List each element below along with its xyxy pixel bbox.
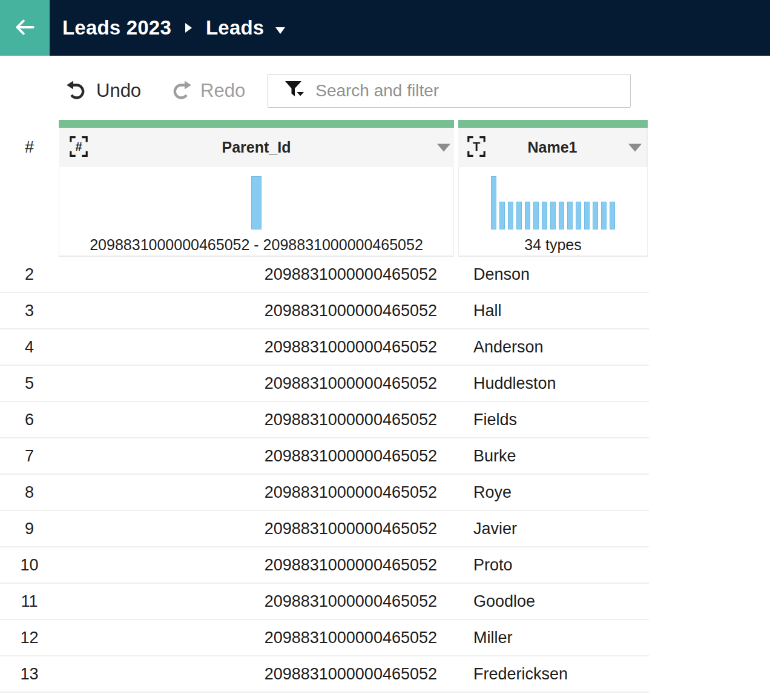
histogram-bar[interactable] — [559, 202, 564, 229]
breadcrumb-dataset[interactable]: Leads 2023 — [62, 16, 171, 39]
histogram-parent-id — [59, 176, 453, 229]
histogram-bar[interactable] — [508, 202, 513, 229]
table-body: 2 2098831000000465052 Denson 3 209883100… — [0, 257, 649, 693]
histogram-bar[interactable] — [567, 202, 573, 229]
column-summary-row: 2098831000000465052 - 209883100000046505… — [0, 167, 649, 257]
cell-parent-id[interactable]: 2098831000000465052 — [59, 402, 454, 437]
cell-name1[interactable]: Denson — [458, 257, 648, 292]
column-header-row: # # Parent_Id T Name1 — [0, 128, 649, 167]
column-title-parent-id: Parent_Id — [222, 139, 291, 156]
histogram-bar[interactable] — [542, 202, 547, 229]
table-row: 8 2098831000000465052 Roye — [0, 475, 649, 511]
column-strip-row — [0, 120, 649, 128]
cell-parent-id[interactable]: 2098831000000465052 — [59, 293, 454, 328]
cell-name1[interactable]: Burke — [458, 438, 648, 474]
cell-name1[interactable]: Hall — [458, 293, 648, 328]
undo-label: Undo — [96, 80, 141, 102]
histogram-bar[interactable] — [550, 202, 556, 229]
row-number[interactable]: 11 — [0, 584, 59, 619]
cell-parent-id[interactable]: 2098831000000465052 — [59, 329, 454, 365]
toolbar: Undo Redo — [0, 74, 770, 108]
histogram-bar[interactable] — [516, 202, 522, 229]
cell-parent-id[interactable]: 2098831000000465052 — [59, 366, 454, 401]
table-row: 12 2098831000000465052 Miller — [0, 620, 649, 656]
histogram-bar[interactable] — [601, 202, 607, 229]
filter-icon — [284, 79, 304, 102]
row-number[interactable]: 9 — [0, 511, 59, 546]
column-header-parent-id[interactable]: # Parent_Id — [59, 128, 454, 167]
breadcrumb-separator-icon — [185, 23, 192, 33]
table-row: 7 2098831000000465052 Burke — [0, 438, 649, 475]
cell-name1[interactable]: Javier — [458, 511, 648, 546]
summary-label-name1: 34 types — [459, 236, 647, 254]
row-number[interactable]: 8 — [0, 475, 59, 510]
cell-parent-id[interactable]: 2098831000000465052 — [59, 620, 454, 655]
row-number[interactable]: 13 — [0, 656, 59, 692]
histogram-bar[interactable] — [576, 202, 581, 229]
svg-text:#: # — [75, 139, 82, 153]
breadcrumb-current[interactable]: Leads — [206, 16, 264, 39]
back-button[interactable] — [0, 0, 50, 56]
row-number[interactable]: 2 — [0, 257, 59, 292]
redo-icon — [169, 79, 192, 102]
cell-parent-id[interactable]: 2098831000000465052 — [59, 547, 454, 583]
row-number[interactable]: 7 — [0, 438, 59, 474]
column-strip-parent-id — [59, 120, 454, 128]
svg-text:T: T — [473, 139, 481, 153]
cell-name1[interactable]: Fields — [458, 402, 648, 437]
histogram-bar[interactable] — [610, 202, 615, 229]
cell-name1[interactable]: Huddleston — [458, 366, 648, 401]
column-menu-icon-name1[interactable] — [628, 144, 642, 151]
data-grid: # # Parent_Id T Name1 — [0, 120, 649, 693]
histogram-bar[interactable] — [584, 202, 590, 229]
row-number[interactable]: 4 — [0, 329, 59, 365]
cell-name1[interactable]: Anderson — [458, 329, 648, 365]
cell-name1[interactable]: Proto — [458, 547, 648, 583]
summary-parent-id[interactable]: 2098831000000465052 - 209883100000046505… — [59, 167, 454, 257]
histogram-bar[interactable] — [491, 176, 496, 229]
search-input[interactable] — [315, 81, 630, 101]
cell-parent-id[interactable]: 2098831000000465052 — [59, 511, 454, 546]
cell-parent-id[interactable]: 2098831000000465052 — [59, 475, 454, 510]
histogram-bar[interactable] — [533, 202, 539, 229]
column-header-name1[interactable]: T Name1 — [458, 128, 648, 167]
column-strip-name1 — [458, 120, 648, 128]
cell-name1[interactable]: Roye — [458, 475, 648, 510]
table-row: 13 2098831000000465052 Fredericksen — [0, 656, 649, 693]
cell-parent-id[interactable]: 2098831000000465052 — [59, 438, 454, 474]
column-menu-icon-parent-id[interactable] — [437, 144, 450, 151]
column-title-name1: Name1 — [528, 139, 578, 156]
row-number[interactable]: 12 — [0, 620, 59, 655]
cell-name1[interactable]: Goodloe — [458, 584, 648, 619]
cell-name1[interactable]: Miller — [458, 620, 648, 655]
breadcrumb: Leads 2023 Leads — [62, 0, 285, 56]
table-row: 2 2098831000000465052 Denson — [0, 257, 649, 293]
histogram-bar[interactable] — [593, 202, 598, 229]
breadcrumb-dropdown-icon[interactable] — [275, 27, 285, 34]
text-type-icon[interactable]: T — [465, 135, 488, 160]
cell-parent-id[interactable]: 2098831000000465052 — [59, 656, 454, 692]
summary-name1[interactable]: 34 types — [458, 167, 648, 257]
number-type-icon[interactable]: # — [67, 135, 90, 160]
back-arrow-icon — [13, 16, 36, 41]
histogram-bar[interactable] — [499, 202, 505, 229]
histogram-bar[interactable] — [525, 202, 530, 229]
histogram-name1 — [459, 176, 647, 229]
table-row: 6 2098831000000465052 Fields — [0, 402, 649, 438]
topbar: Leads 2023 Leads — [0, 0, 770, 56]
redo-button[interactable]: Redo — [169, 79, 245, 102]
table-row: 11 2098831000000465052 Goodloe — [0, 584, 649, 620]
row-number[interactable]: 3 — [0, 293, 59, 328]
cell-parent-id[interactable]: 2098831000000465052 — [59, 257, 454, 292]
undo-icon — [65, 79, 88, 102]
row-number-header: # — [0, 128, 59, 167]
cell-parent-id[interactable]: 2098831000000465052 — [59, 584, 454, 619]
row-number[interactable]: 6 — [0, 402, 59, 437]
histogram-bar[interactable] — [251, 176, 262, 229]
row-number[interactable]: 5 — [0, 366, 59, 401]
undo-button[interactable]: Undo — [65, 79, 141, 102]
cell-name1[interactable]: Fredericksen — [458, 656, 648, 692]
table-row: 4 2098831000000465052 Anderson — [0, 329, 649, 366]
search-filter-box[interactable] — [268, 74, 631, 108]
row-number[interactable]: 10 — [0, 547, 59, 583]
